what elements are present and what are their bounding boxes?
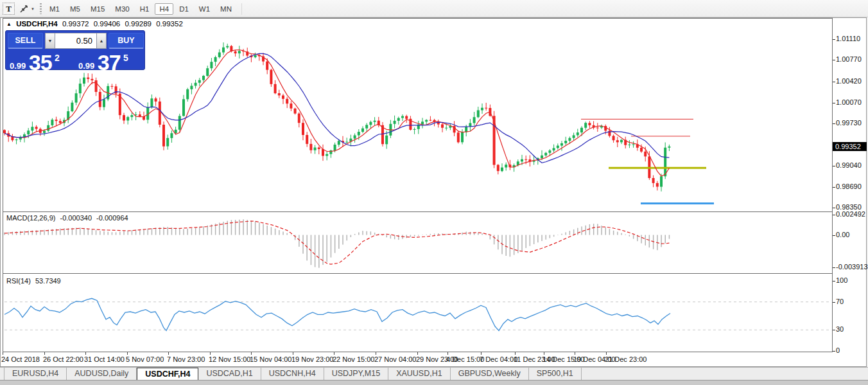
dropdown-caret-icon[interactable]: ▼	[31, 7, 35, 11]
time-axis-tick	[3, 352, 3, 355]
timeframe-button-m30[interactable]: M30	[110, 3, 134, 15]
macd-name: MACD(12,26,9)	[6, 214, 55, 222]
sell-price-display[interactable]: 0.99 35 2	[10, 50, 60, 69]
price-axis-label: 0.98690	[836, 183, 862, 190]
timeframe-button-d1[interactable]: D1	[175, 3, 193, 15]
chart-tab-eurusd-h4[interactable]: EURUSD,H4	[4, 368, 67, 380]
price-axis-tick	[833, 123, 835, 124]
price-axis-label: 1.00420	[836, 77, 862, 85]
buy-price-display[interactable]: 0.99 37 5	[78, 50, 128, 69]
time-axis-label: 7 Dec 04:00	[480, 355, 517, 363]
price-axis-label: 0.99730	[836, 119, 862, 127]
timeframe-button-m5[interactable]: M5	[65, 3, 85, 15]
macd-value-signal: -0.000964	[96, 214, 128, 222]
chart-tab-usdcad-h1[interactable]: USDCAD,H1	[198, 368, 261, 380]
sell-price-big: 35	[29, 50, 52, 75]
timeframe-button-mn[interactable]: MN	[216, 3, 236, 15]
buy-price-sup: 5	[123, 53, 128, 63]
buy-button[interactable]: BUY	[108, 33, 144, 49]
price-axis-tick	[833, 60, 835, 60]
time-axis-tick	[481, 352, 482, 355]
time-axis-tick	[127, 352, 128, 355]
price-axis-tick	[833, 103, 835, 103]
price-axis-tick	[833, 39, 835, 40]
timeframe-button-h4[interactable]: H4	[155, 3, 173, 15]
macd-axis-label: -0.003913	[836, 263, 868, 271]
chart-tab-gbpusd-weekly[interactable]: GBPUSD,Weekly	[451, 368, 529, 380]
timeframe-button-m1[interactable]: M1	[45, 3, 64, 15]
double-arrow-icon	[19, 4, 29, 14]
chart-title: ▲ USDCHF,H4 0.99372 0.99406 0.99289 0.99…	[6, 20, 186, 28]
price-axis-label: 1.01110	[836, 35, 860, 42]
macd-histogram	[4, 219, 670, 267]
rsi-axis-label: 70	[836, 298, 844, 305]
time-axis-tick	[44, 352, 45, 355]
rsi-axis-label: 0	[836, 346, 840, 354]
buy-price-big: 37	[98, 50, 121, 75]
top-toolbar: T ▼ M1M5M15M30H1H4D1W1MN	[0, 0, 868, 17]
volume-input[interactable]	[55, 33, 96, 49]
chart-tab-audusd-daily[interactable]: AUDUSD,Daily	[67, 368, 137, 380]
toolbar-separator	[241, 3, 242, 15]
time-axis-label: 27 Nov 04:00	[374, 355, 416, 363]
price-axis-label: 1.00070	[836, 98, 862, 106]
volume-control: ▼ ▲	[45, 33, 107, 49]
rsi-axis-tick	[833, 330, 835, 330]
time-axis-label: 24 Oct 2018	[1, 355, 40, 363]
buy-price-base: 0.99	[78, 61, 94, 71]
chart-tab-xauusd-h1[interactable]: XAUUSD,H1	[388, 368, 451, 380]
price-axis-label: 1.00770	[836, 55, 862, 63]
rsi-axis-tick	[833, 351, 835, 352]
timeframe-button-w1[interactable]: W1	[195, 3, 214, 15]
arrange-arrows-icon[interactable]: ▼	[19, 3, 38, 15]
rsi-value: 53.7349	[35, 277, 61, 285]
rsi-axis-label: 30	[836, 325, 844, 333]
time-axis-tick	[293, 352, 293, 355]
price-axis-tick	[833, 187, 835, 188]
time-axis-tick	[544, 352, 544, 355]
time-axis-label: 7 Nov 23:00	[167, 355, 205, 363]
sell-price-sup: 2	[55, 53, 60, 63]
chart-tab-usdjpy-m15[interactable]: USDJPY,M15	[324, 368, 389, 380]
time-axis-tick	[210, 352, 211, 355]
timeframe-button-h1[interactable]: H1	[135, 3, 154, 15]
chart-symbol: USDCHF,H4	[16, 20, 58, 28]
text-tool-icon[interactable]: T	[3, 3, 15, 15]
time-axis-tick	[515, 352, 516, 355]
one-click-trading-panel: SELL ▼ ▲ BUY 0.99 35 2 0.99 37 5	[5, 30, 145, 70]
time-axis-tick	[334, 352, 334, 355]
time-axis-tick	[447, 352, 448, 355]
macd-axis-label: 0.00	[836, 231, 849, 238]
volume-decrease-button[interactable]: ▼	[45, 33, 55, 49]
chart-tab-sp500-h1[interactable]: SP500,H1	[529, 368, 582, 380]
collapse-triangle-icon[interactable]: ▲	[6, 21, 12, 27]
time-axis-label: 5 Nov 07:00	[126, 355, 164, 363]
timeframe-button-m15[interactable]: M15	[86, 3, 109, 15]
time-axis-label: 4 Dec 15:00	[446, 355, 484, 363]
timeframe-toolbar: M1M5M15M30H1H4D1W1MN	[45, 2, 242, 15]
chart-tab-usdchf-h4[interactable]: USDCHF,H4	[137, 368, 198, 380]
rsi-indicator-plot[interactable]	[3, 274, 832, 352]
time-axis-tick	[575, 352, 575, 355]
chart-tab-usdcnh-h4[interactable]: USDCNH,H4	[261, 368, 324, 380]
rsi-name: RSI(14)	[6, 277, 31, 285]
time-axis-label: 21 Dec 23:00	[605, 355, 647, 363]
macd-label: MACD(12,26,9) -0.000340 -0.000964	[6, 214, 131, 222]
time-axis-tick	[168, 352, 169, 355]
ohlc-close: 0.99352	[156, 20, 183, 28]
status-bar	[0, 380, 868, 385]
toolbar-drag-handle[interactable]	[40, 3, 42, 14]
time-axis-label: 15 Nov 04:00	[250, 355, 291, 363]
volume-increase-button[interactable]: ▲	[96, 33, 107, 49]
macd-value-main: -0.000340	[60, 214, 92, 222]
macd-axis-tick	[833, 215, 835, 215]
rsi-axis-label: 100	[836, 276, 847, 284]
price-axis-label: 0.99040	[836, 161, 862, 169]
ohlc-low: 0.99289	[125, 20, 152, 28]
time-axis-tick	[85, 352, 86, 355]
rsi-label: RSI(14) 53.7349	[6, 277, 64, 285]
sell-button[interactable]: SELL	[8, 33, 43, 49]
time-axis-label: 26 Oct 22:00	[43, 355, 83, 363]
time-axis-label: 22 Nov 15:00	[333, 355, 374, 363]
time-axis-label: 12 Nov 15:00	[209, 355, 250, 363]
